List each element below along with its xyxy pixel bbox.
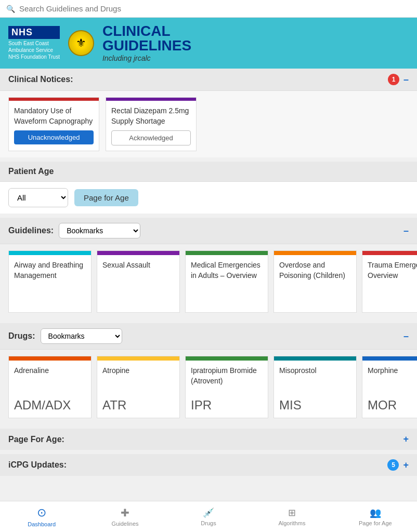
algorithms-icon: ⊞ — [288, 507, 296, 518]
nhs-logo: NHS South East Coast Ambulance Service N… — [8, 26, 60, 60]
guideline-card-5[interactable]: Trauma Emergency Overview — [362, 250, 417, 313]
unacknowledged-button[interactable]: Unacknowledged — [14, 130, 94, 144]
app-header: NHS South East Coast Ambulance Service N… — [0, 18, 417, 69]
search-icon: 🔍 — [6, 5, 15, 13]
drug-card-1[interactable]: Adrenaline ADM/ADX — [8, 356, 92, 418]
drug-card-3-name: Ipratropium Bromide (Atrovent) — [191, 366, 263, 386]
guideline-card-3-text: Medical Emergencies in Adults – Overview — [186, 255, 268, 312]
nav-algorithms[interactable]: ⊞ Algorithms — [250, 501, 333, 532]
drug-card-1-name: Adrenaline — [14, 366, 86, 376]
clinical-notices-badge: 1 — [388, 74, 399, 85]
page-for-age-title: Page For Age: — [8, 435, 64, 444]
guideline-card-5-text: Trauma Emergency Overview — [362, 255, 417, 312]
nav-dashboard[interactable]: ⊙ Dashboard — [0, 501, 83, 532]
nhs-org: South East Coast Ambulance Service NHS F… — [8, 40, 60, 60]
drug-card-2-bar — [97, 356, 179, 361]
drug-card-1-bar — [9, 356, 91, 361]
clinical-notices-controls: 1 – — [388, 74, 409, 85]
guidelines-scroll-area: Airway and Breathing Management Sexual A… — [0, 244, 417, 319]
guideline-card-4[interactable]: Overdose and Poisoning (Children) — [273, 250, 357, 313]
nav-page-for-age[interactable]: 👥 Page for Age — [334, 501, 417, 532]
guidelines-collapse[interactable]: – — [403, 225, 409, 236]
page-for-age-header: Page For Age: + — [0, 429, 417, 450]
drug-card-2-name: Atropine — [102, 366, 174, 376]
org-crest: ⚜ — [68, 30, 94, 56]
title-line1: CLINICAL GUIDELINES — [102, 24, 191, 53]
search-input[interactable] — [19, 4, 411, 13]
guidelines-title: Guidelines: — [8, 226, 54, 235]
search-bar: 🔍 — [0, 0, 417, 18]
title-subtitle: Including jrcalc — [102, 54, 191, 62]
clinical-notices-section: Clinical Notices: 1 – Mandatory Use of W… — [0, 69, 417, 157]
page-for-age-expand[interactable]: + — [403, 434, 409, 445]
nav-guidelines-label: Guidelines — [112, 521, 139, 527]
nav-drugs-label: Drugs — [201, 520, 216, 526]
dashboard-icon: ⊙ — [37, 506, 46, 520]
icpg-updates-section: iCPG Updates: 5 + — [0, 454, 417, 476]
drugs-collapse[interactable]: – — [403, 331, 409, 342]
drugs-title: Drugs: — [8, 331, 35, 341]
drug-card-4[interactable]: Misoprostol MIS — [273, 356, 357, 418]
guidelines-section: Guidelines: Bookmarks All Recently Viewe… — [0, 218, 417, 319]
icpg-updates-title: iCPG Updates: — [8, 460, 67, 470]
guideline-card-4-text: Overdose and Poisoning (Children) — [274, 255, 356, 312]
age-select[interactable]: All Neonate Infant Child Adult — [8, 188, 68, 207]
clinical-notices-collapse[interactable]: – — [403, 74, 409, 85]
guideline-card-5-bar — [362, 251, 417, 255]
drug-card-4-bar — [274, 356, 356, 361]
notice-card-2-text: Rectal Diazepam 2.5mg Supply Shortage — [111, 106, 191, 126]
patient-age-section: Patient Age All Neonate Infant Child Adu… — [0, 162, 417, 214]
guideline-card-2-bar — [97, 251, 179, 255]
drug-card-4-name: Misoprostol — [279, 366, 351, 376]
nav-drugs[interactable]: 💉 Drugs — [167, 501, 250, 532]
icpg-updates-expand[interactable]: + — [403, 460, 409, 471]
patient-age-title: Patient Age — [8, 167, 54, 176]
drug-card-2[interactable]: Atropine ATR — [97, 356, 180, 418]
nav-guidelines[interactable]: ✚ Guidelines — [83, 501, 166, 532]
icpg-updates-header: iCPG Updates: 5 + — [0, 454, 417, 476]
guidelines-select[interactable]: Bookmarks All Recently Viewed — [59, 223, 140, 238]
clinical-notices-header: Clinical Notices: 1 – — [0, 69, 417, 91]
guideline-card-3[interactable]: Medical Emergencies in Adults – Overview — [185, 250, 268, 313]
notice-card-1-text: Mandatory Use of Waveform Capnography — [14, 106, 94, 126]
drug-card-4-abbr: MIS — [279, 398, 351, 413]
clinical-notices-title: Clinical Notices: — [8, 75, 73, 84]
nhs-badge: NHS — [8, 26, 60, 39]
guideline-card-2[interactable]: Sexual Assault — [97, 250, 180, 313]
notice-card-1[interactable]: Mandatory Use of Waveform Capnography Un… — [8, 97, 99, 151]
notice-card-2[interactable]: Rectal Diazepam 2.5mg Supply Shortage Ac… — [106, 97, 197, 151]
notices-content: Mandatory Use of Waveform Capnography Un… — [0, 91, 417, 157]
drugs-section: Drugs: Bookmarks All Recently Viewed – A… — [0, 323, 417, 424]
nav-dashboard-label: Dashboard — [28, 521, 56, 527]
app-title: CLINICAL GUIDELINES Including jrcalc — [102, 24, 191, 62]
drug-card-2-abbr: ATR — [102, 398, 174, 413]
guideline-card-4-bar — [274, 251, 356, 255]
guideline-card-1-text: Airway and Breathing Management — [9, 255, 91, 312]
acknowledged-button[interactable]: Acknowledged — [111, 130, 191, 145]
drug-card-5[interactable]: Morphine MOR — [362, 356, 417, 418]
drug-card-5-name: Morphine — [368, 366, 417, 376]
drugs-scroll-area: Adrenaline ADM/ADX Atropine ATR Ipratrop… — [0, 350, 417, 424]
drug-card-3[interactable]: Ipratropium Bromide (Atrovent) IPR — [185, 356, 268, 418]
drugs-icon: 💉 — [203, 507, 214, 518]
bottom-nav: ⊙ Dashboard ✚ Guidelines 💉 Drugs ⊞ Algor… — [0, 501, 417, 532]
icpg-updates-badge: 5 — [387, 459, 399, 471]
page-for-age-button[interactable]: Page for Age — [74, 189, 138, 206]
guideline-card-2-text: Sexual Assault — [97, 255, 179, 312]
nav-algorithms-label: Algorithms — [278, 520, 305, 526]
nav-page-for-age-label: Page for Age — [359, 520, 392, 526]
guidelines-cards-row: Airway and Breathing Management Sexual A… — [8, 250, 417, 313]
drugs-cards-row: Adrenaline ADM/ADX Atropine ATR Ipratrop… — [8, 356, 417, 418]
guideline-card-3-bar — [186, 251, 268, 255]
guidelines-icon: ✚ — [121, 507, 129, 519]
guidelines-header: Guidelines: Bookmarks All Recently Viewe… — [0, 218, 417, 244]
page-for-age-section: Page For Age: + — [0, 429, 417, 450]
drugs-select[interactable]: Bookmarks All Recently Viewed — [41, 328, 122, 344]
notices-row: Mandatory Use of Waveform Capnography Un… — [8, 97, 409, 151]
page-for-age-icon: 👥 — [370, 507, 381, 518]
patient-age-content: All Neonate Infant Child Adult Page for … — [0, 182, 417, 214]
drugs-header: Drugs: Bookmarks All Recently Viewed – — [0, 323, 417, 350]
drug-card-1-abbr: ADM/ADX — [14, 398, 86, 413]
guideline-card-1[interactable]: Airway and Breathing Management — [8, 250, 92, 313]
patient-age-header: Patient Age — [0, 162, 417, 182]
